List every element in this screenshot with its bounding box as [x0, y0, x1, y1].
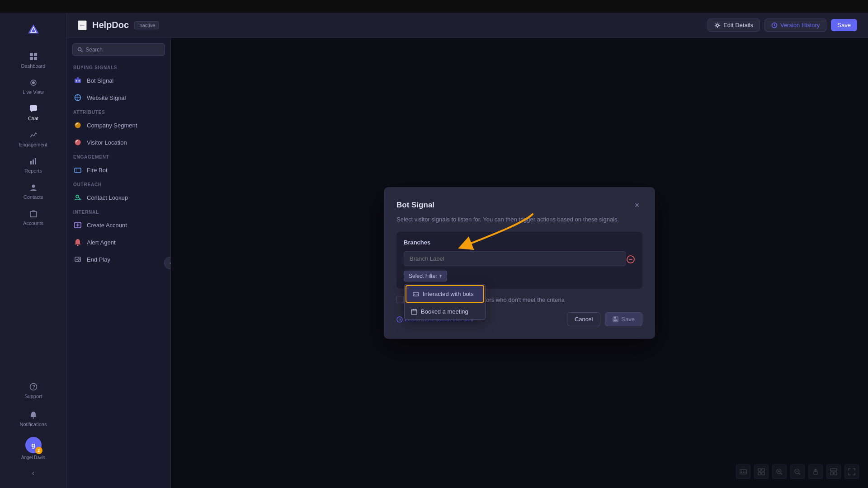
- sidebar-collapse-button[interactable]: ‹: [0, 465, 66, 481]
- edit-details-label: Edit Details: [723, 22, 753, 28]
- panel-item-label: Bot Signal: [87, 77, 113, 84]
- company-segment-icon: [73, 121, 82, 130]
- sidebar-item-label: Dashboard: [21, 63, 46, 69]
- buying-signals-section: BUYING SIGNALS Bot Signal: [67, 61, 170, 106]
- svg-rect-42: [614, 319, 618, 321]
- end-play-icon: [73, 255, 82, 264]
- search-box[interactable]: Search: [72, 43, 165, 56]
- svg-rect-9: [35, 158, 36, 164]
- dropdown-item-booked-meeting[interactable]: Booked a meeting: [405, 304, 485, 319]
- save-label: Save: [837, 22, 851, 28]
- sidebar-item-label: Support: [24, 394, 42, 399]
- engagement-icon: [28, 130, 38, 140]
- panel-item-alert-agent[interactable]: Alert Agent: [67, 234, 170, 251]
- panel-item-end-play[interactable]: End Play: [67, 251, 170, 268]
- panel-item-visitor-location[interactable]: Visitor Location: [67, 134, 170, 151]
- engagement-section: ENGAGEMENT Fire Bot: [67, 151, 170, 178]
- notifications-icon: [28, 410, 38, 420]
- panel-item-contact-lookup[interactable]: Contact Lookup: [67, 189, 170, 206]
- back-button[interactable]: ←: [78, 20, 87, 30]
- remove-branch-button[interactable]: [626, 255, 635, 266]
- panel-item-company-segment[interactable]: Company Segment: [67, 117, 170, 134]
- gear-icon: [714, 22, 721, 28]
- svg-point-4: [32, 81, 35, 84]
- sidebar-bottom: ? Support Notifications g 2 Angel Davis …: [0, 377, 66, 481]
- svg-text:?: ?: [399, 318, 401, 322]
- modal-save-label: Save: [621, 316, 635, 323]
- engagement-label: ENGAGEMENT: [67, 151, 170, 161]
- user-avatar-section[interactable]: g 2 Angel Davis: [0, 433, 66, 464]
- modal-header: Bot Signal ×: [396, 200, 642, 211]
- help-circle-icon: ?: [396, 316, 403, 323]
- svg-rect-2: [30, 57, 33, 60]
- svg-rect-3: [34, 57, 37, 60]
- fire-bot-icon: [73, 165, 82, 174]
- header-actions: Edit Details Version History Save: [708, 19, 857, 32]
- svg-rect-31: [413, 292, 419, 296]
- search-icon: [77, 47, 83, 52]
- fallback-checkbox[interactable]: [396, 296, 404, 303]
- svg-rect-11: [30, 211, 37, 217]
- svg-rect-1: [34, 53, 37, 56]
- branch-label-input[interactable]: [404, 251, 626, 266]
- svg-rect-21: [77, 77, 79, 79]
- svg-point-20: [79, 80, 80, 82]
- sidebar-item-label: Engagement: [19, 142, 47, 147]
- svg-rect-25: [75, 168, 81, 173]
- cancel-label: Cancel: [575, 316, 593, 323]
- sidebar-logo[interactable]: [0, 20, 66, 43]
- notification-badge: 2: [35, 447, 42, 454]
- svg-point-27: [76, 195, 79, 198]
- sidebar-item-support[interactable]: ? Support: [0, 377, 66, 404]
- sidebar-item-notifications[interactable]: Notifications: [0, 405, 66, 432]
- dashboard-icon: [28, 52, 38, 61]
- sidebar-item-label: Chat: [28, 116, 38, 121]
- panel-item-create-account[interactable]: Create Account: [67, 216, 170, 234]
- edit-details-button[interactable]: Edit Details: [708, 19, 760, 32]
- svg-rect-36: [415, 309, 416, 310]
- sidebar-item-label: Reports: [24, 168, 42, 174]
- version-history-button[interactable]: Version History: [764, 19, 826, 32]
- outreach-section: OUTREACH Contact Lookup: [67, 178, 170, 206]
- svg-rect-7: [30, 161, 32, 164]
- dropdown-item-interacted-with-bots[interactable]: Interacted with bots: [406, 285, 484, 303]
- modal-save-button[interactable]: Save: [605, 312, 642, 326]
- svg-rect-8: [33, 160, 34, 164]
- modal-branches: Branches Select Filter +: [396, 232, 642, 289]
- sidebar-item-contacts[interactable]: Contacts: [0, 178, 66, 204]
- sidebar-item-engagement[interactable]: Engagement: [0, 126, 66, 152]
- internal-label: INTERNAL: [67, 206, 170, 216]
- contact-lookup-icon: [73, 193, 82, 202]
- panel-item-bot-signal[interactable]: Bot Signal: [67, 72, 170, 89]
- save-button[interactable]: Save: [831, 19, 857, 31]
- close-icon: ×: [635, 201, 640, 210]
- interacted-bots-icon: [413, 291, 419, 297]
- panel-item-website-signal[interactable]: Website Signal: [67, 89, 170, 106]
- visitor-location-icon: [73, 138, 82, 147]
- select-filter-button[interactable]: Select Filter +: [404, 271, 447, 282]
- reports-icon: [28, 156, 38, 166]
- sidebar-item-accounts[interactable]: Accounts: [0, 204, 66, 230]
- svg-point-32: [415, 294, 415, 295]
- internal-section: INTERNAL Create Account: [67, 206, 170, 268]
- history-icon: [771, 22, 778, 28]
- sidebar-item-chat[interactable]: Chat: [0, 99, 66, 126]
- panel-item-fire-bot[interactable]: Fire Bot: [67, 161, 170, 178]
- add-filter-icon: +: [439, 273, 442, 279]
- modal-bot-signal: Bot Signal × Select visitor signals to l…: [384, 187, 655, 339]
- svg-rect-41: [614, 317, 616, 319]
- sidebar-item-reports[interactable]: Reports: [0, 152, 66, 178]
- filter-dropdown: Interacted with bots: [404, 284, 486, 320]
- sidebar-item-label: Contacts: [24, 194, 43, 200]
- sidebar-item-live-view[interactable]: Live View: [0, 73, 66, 99]
- svg-rect-35: [413, 309, 414, 310]
- footer-actions: Cancel Save: [567, 312, 642, 326]
- sidebar-item-dashboard[interactable]: Dashboard: [0, 47, 66, 73]
- svg-point-29: [77, 245, 79, 246]
- page-title: HelpDoc: [92, 20, 129, 30]
- sidebar: Dashboard Live View Chat Engagement: [0, 13, 67, 488]
- cancel-button[interactable]: Cancel: [567, 312, 600, 326]
- outreach-label: OUTREACH: [67, 178, 170, 189]
- modal-close-button[interactable]: ×: [632, 200, 642, 211]
- branch-content: Select Filter +: [404, 251, 626, 282]
